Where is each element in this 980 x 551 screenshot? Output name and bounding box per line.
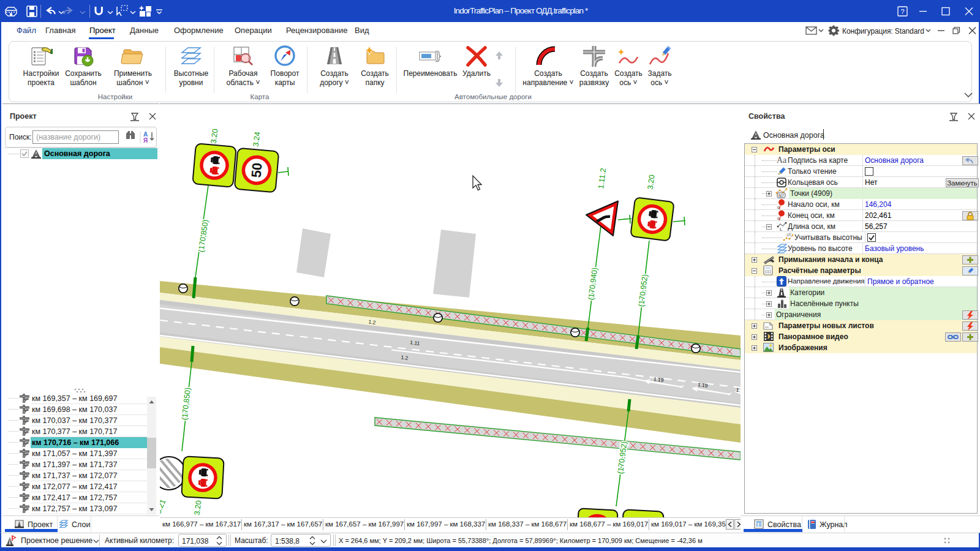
svg-text:1.11.2: 1.11.2 <box>597 168 608 189</box>
svg-text:1.: 1. <box>736 387 741 394</box>
svg-text:1.11: 1.11 <box>410 339 420 347</box>
svg-text:N?: N? <box>778 193 784 198</box>
svg-text:?: ? <box>900 8 904 15</box>
svg-text:(170,952): (170,952) <box>637 274 649 307</box>
svg-text:(170,850): (170,850) <box>180 387 192 421</box>
svg-text:1.19: 1.19 <box>698 381 709 389</box>
svg-text:(170,850): (170,850) <box>197 219 209 253</box>
svg-text:Конфигурация: Standard: Конфигурация: Standard <box>842 27 924 36</box>
svg-text:(170,940): (170,940) <box>587 267 599 301</box>
svg-text:50: 50 <box>248 162 265 179</box>
svg-text:L: L <box>780 227 783 231</box>
svg-text:3.20: 3.20 <box>193 500 203 516</box>
svg-text:3.20: 3.20 <box>209 129 220 144</box>
svg-text:3.21: 3.21 <box>160 498 167 515</box>
svg-text:1.2: 1.2 <box>368 318 376 325</box>
svg-text:3.24: 3.24 <box>252 132 262 148</box>
svg-text:1.2: 1.2 <box>401 354 409 361</box>
svg-text:Я: Я <box>143 137 148 144</box>
svg-text:3.20: 3.20 <box>646 174 657 190</box>
svg-text:0,: 0, <box>777 217 780 220</box>
svg-text:0,: 0, <box>777 206 780 209</box>
svg-text:1.19: 1.19 <box>654 376 665 383</box>
